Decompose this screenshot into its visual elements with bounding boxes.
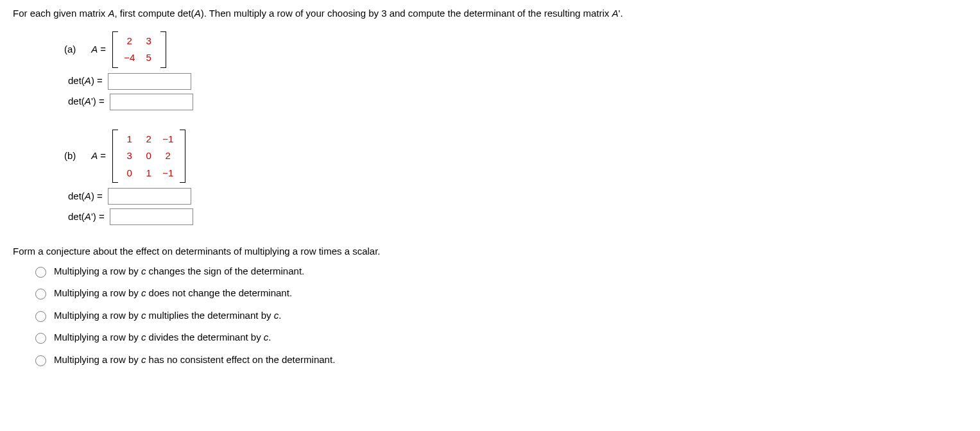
radio-input-4[interactable] — [35, 355, 46, 366]
det-aprime-input-b[interactable] — [110, 208, 193, 225]
det-aprime-input[interactable] — [110, 94, 193, 110]
radio-option-4[interactable]: Multiplying a row by c has no consistent… — [32, 353, 967, 368]
matrix-cell: 0 — [120, 165, 139, 182]
radio-option-3[interactable]: Multiplying a row by c divides the deter… — [32, 330, 967, 345]
radio-label-1: Multiplying a row by c does not change t… — [54, 286, 292, 301]
matrix-cell: 3 — [139, 33, 159, 50]
matrix-cell: 3 — [120, 148, 139, 165]
radio-label-4: Multiplying a row by c has no consistent… — [54, 353, 335, 368]
radio-label-2: Multiplying a row by c multiplies the de… — [54, 308, 281, 323]
matrix-cell: 1 — [139, 165, 159, 182]
part-a-matrix: 2 3 −4 5 — [112, 31, 166, 68]
det-a-input[interactable] — [108, 73, 191, 90]
part-b-label: (b) — [64, 149, 76, 164]
part-a: (a) A = 2 3 −4 5 det(A) = det(A') = — [64, 31, 967, 110]
part-a-matrix-label: A = — [91, 42, 105, 57]
instructions-text: For each given matrix A, first compute d… — [13, 6, 967, 21]
det-aprime-label-b: det(A') = — [68, 210, 105, 224]
part-a-label: (a) — [64, 42, 76, 57]
matrix-cell: 2 — [120, 33, 139, 50]
matrix-cell: 1 — [120, 131, 139, 148]
matrix-cell: 5 — [139, 49, 159, 67]
det-aprime-label: det(A') = — [68, 94, 105, 109]
radio-option-0[interactable]: Multiplying a row by c changes the sign … — [32, 264, 967, 279]
conjecture-prompt: Form a conjecture about the effect on de… — [13, 244, 967, 259]
radio-option-2[interactable]: Multiplying a row by c multiplies the de… — [32, 308, 967, 323]
part-b-matrix-label: A = — [91, 149, 105, 164]
matrix-cell: 2 — [139, 131, 159, 148]
det-a-input-b[interactable] — [108, 188, 191, 205]
radio-input-2[interactable] — [35, 311, 46, 322]
radio-option-1[interactable]: Multiplying a row by c does not change t… — [32, 286, 967, 301]
radio-input-0[interactable] — [35, 267, 46, 278]
radio-input-1[interactable] — [35, 289, 46, 300]
matrix-cell: −1 — [159, 131, 178, 148]
matrix-cell: −1 — [159, 165, 178, 182]
radio-label-0: Multiplying a row by c changes the sign … — [54, 264, 304, 279]
matrix-cell: −4 — [120, 49, 139, 67]
matrix-cell: 2 — [159, 148, 178, 165]
part-b-matrix: 1 2 −1 3 0 2 0 1 −1 — [112, 130, 185, 183]
radio-label-3: Multiplying a row by c divides the deter… — [54, 330, 271, 345]
det-a-label: det(A) = — [68, 74, 103, 89]
det-a-label-b: det(A) = — [68, 189, 103, 204]
conjecture-section: Form a conjecture about the effect on de… — [13, 244, 967, 367]
radio-input-3[interactable] — [35, 333, 46, 344]
part-b: (b) A = 1 2 −1 3 0 2 0 1 −1 — [64, 130, 967, 226]
matrix-cell: 0 — [139, 148, 159, 165]
